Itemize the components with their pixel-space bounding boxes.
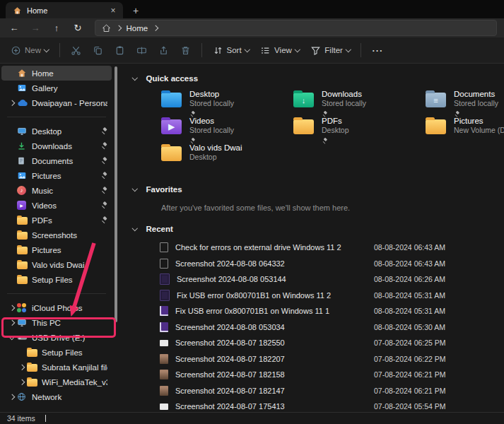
- chevron-right-icon[interactable]: [9, 394, 15, 400]
- sidebar-item-usb-drive[interactable]: USB Drive (E:): [1, 330, 112, 345]
- recent-file-row[interactable]: Screenshot 2024-08-07 18214707-08-2024 0…: [133, 383, 494, 399]
- view-button[interactable]: View: [255, 41, 304, 59]
- file-date: 07-08-2024 06:21 PM: [374, 370, 494, 379]
- rename-button[interactable]: [131, 41, 152, 59]
- folder-icon: [17, 275, 32, 284]
- files-pane: Quick access DesktopStored locally Downl…: [119, 64, 504, 413]
- item-name: Valo vids Dwai: [189, 143, 242, 153]
- quick-access-item-desktop[interactable]: DesktopStored locally: [161, 90, 293, 117]
- file-thumbnail: [160, 306, 168, 316]
- sidebar-item-this-pc[interactable]: This PC: [1, 315, 112, 330]
- pin-icon: [322, 139, 328, 144]
- up-button[interactable]: ↑: [47, 20, 66, 36]
- quick-access-item-documents[interactable]: DocumentsStored locally: [426, 90, 504, 117]
- sidebar-item-screenshots[interactable]: Screenshots: [1, 228, 112, 242]
- sidebar-item-subrata-kanjilal-files[interactable]: Subrata Kanjilal files: [1, 360, 112, 375]
- delete-button[interactable]: [175, 41, 196, 59]
- recent-header[interactable]: Recent: [133, 222, 494, 236]
- sidebar-item-music[interactable]: ♪ Music: [1, 183, 112, 198]
- file-date: 08-08-2024 05:31 AM: [374, 291, 494, 300]
- sidebar-item-videos[interactable]: ▶ Videos: [1, 198, 112, 213]
- folder-icon: [426, 93, 446, 107]
- recent-file-row[interactable]: Screenshot 2024-08-07 18220707-08-2024 0…: [133, 351, 494, 367]
- command-toolbar: New Sort View Filter ···: [0, 37, 504, 64]
- cut-button[interactable]: [66, 41, 86, 59]
- chevron-down-icon[interactable]: [132, 225, 138, 231]
- sidebar-item-pictures-folder[interactable]: Pictures: [1, 242, 112, 257]
- chevron-down-icon[interactable]: [9, 334, 15, 340]
- sidebar-item-gallery[interactable]: Gallery: [1, 81, 112, 95]
- chevron-right-icon[interactable]: [9, 305, 15, 311]
- chevron-right-icon[interactable]: [19, 365, 25, 370]
- item-name: Documents: [454, 90, 498, 99]
- tab-home[interactable]: Home ×: [6, 2, 123, 18]
- sidebar-item-label: Documents: [32, 157, 98, 165]
- sidebar-item-pdfs[interactable]: PDFs: [1, 213, 112, 228]
- quick-access-item-valo-vids-dwai[interactable]: Valo vids DwaiDesktop: [161, 143, 293, 170]
- chevron-down-icon[interactable]: [132, 186, 138, 192]
- sidebar-item-onedrive-personal[interactable]: Dwaipayan - Personal: [1, 95, 112, 110]
- toolbar-divider: [201, 43, 202, 57]
- folder-icon: [27, 363, 42, 372]
- file-date: 08-08-2024 05:30 AM: [374, 323, 494, 331]
- paste-button[interactable]: [110, 41, 130, 59]
- chevron-right-icon[interactable]: [153, 25, 158, 31]
- item-name: Videos: [189, 117, 234, 126]
- new-tab-button[interactable]: +: [133, 5, 139, 16]
- file-date: 07-08-2024 06:21 PM: [374, 387, 494, 395]
- quick-access-item-pdfs[interactable]: PDFsDesktop: [293, 117, 426, 143]
- quick-access-item-downloads[interactable]: DownloadsStored locally: [293, 90, 426, 117]
- quick-access-item-pictures[interactable]: PicturesNew Volume (D:): [426, 117, 504, 143]
- recent-file-row[interactable]: Screenshot 2024-08-07 18255007-08-2024 0…: [133, 335, 494, 351]
- address-bar[interactable]: Home: [95, 20, 497, 36]
- recent-file-row[interactable]: Screenshot 2024-08-07 17541307-08-2024 0…: [133, 399, 494, 413]
- pin-icon: [101, 128, 107, 134]
- sidebar-item-label: iCloud Photos: [32, 304, 107, 312]
- refresh-button[interactable]: ↻: [68, 20, 88, 36]
- forward-button[interactable]: →: [25, 20, 45, 36]
- sidebar-item-setup-files[interactable]: Setup Files: [1, 272, 112, 287]
- sidebar-item-home[interactable]: Home: [1, 66, 112, 81]
- sidebar-item-network[interactable]: Network: [1, 389, 112, 404]
- navigation-bar: ← → ↑ ↻ Home: [0, 18, 504, 37]
- quick-access-header[interactable]: Quick access: [133, 71, 494, 86]
- scrollbar-thumb[interactable]: [115, 66, 117, 322]
- sidebar-item-icloud-photos[interactable]: iCloud Photos: [1, 300, 112, 315]
- folder-icon: [27, 348, 42, 357]
- sidebar-item-label: Desktop: [32, 127, 98, 136]
- file-thumbnail: [160, 340, 168, 346]
- quick-access-item-videos[interactable]: VideosStored locally: [161, 117, 293, 143]
- share-button[interactable]: [153, 41, 174, 59]
- breadcrumb[interactable]: Home: [127, 24, 148, 33]
- chevron-down-icon[interactable]: [132, 75, 138, 81]
- filter-button[interactable]: Filter: [305, 41, 355, 59]
- home-icon: [102, 24, 111, 33]
- more-options-button[interactable]: ···: [367, 41, 388, 59]
- recent-file-row[interactable]: Fix USB error 0x800701B1 on Windows 11 2…: [133, 288, 494, 304]
- new-button[interactable]: New: [6, 41, 54, 59]
- sidebar-item-desktop[interactable]: Desktop: [1, 124, 112, 139]
- sidebar-item-usb-setup-files[interactable]: Setup Files: [1, 345, 112, 360]
- cut-icon: [71, 45, 81, 56]
- recent-file-row[interactable]: Check for errors on external drive Windo…: [133, 240, 494, 256]
- sidebar-item-documents[interactable]: Documents: [1, 153, 112, 168]
- recent-file-row[interactable]: Screenshot 2024-08-08 05303408-08-2024 0…: [133, 319, 494, 336]
- sidebar-item-downloads[interactable]: Downloads: [1, 139, 112, 153]
- sidebar-item-pictures[interactable]: Pictures: [1, 168, 112, 183]
- sort-button[interactable]: Sort: [208, 41, 254, 59]
- sidebar-item-valo-vids-dwai[interactable]: Valo vids Dwai: [1, 257, 112, 272]
- recent-file-row[interactable]: Screenshot 2024-08-07 18215807-08-2024 0…: [133, 367, 494, 383]
- back-button[interactable]: ←: [4, 20, 24, 36]
- sidebar-item-wifi-mediatek[interactable]: WiFi_MediaTek_v3.3.0.350: [1, 375, 112, 389]
- home-icon: [17, 69, 32, 78]
- filter-funnel-icon: [310, 45, 321, 56]
- chevron-right-icon[interactable]: [19, 379, 25, 385]
- tab-close-icon[interactable]: ×: [107, 5, 119, 16]
- copy-button[interactable]: [88, 41, 108, 59]
- chevron-right-icon[interactable]: [9, 320, 15, 326]
- recent-file-row[interactable]: Screenshot 2024-08-08 06433208-08-2024 0…: [133, 256, 494, 272]
- chevron-right-icon[interactable]: [9, 100, 15, 106]
- favorites-header[interactable]: Favorites: [133, 182, 494, 196]
- recent-file-row[interactable]: Screenshot 2024-08-08 05314408-08-2024 0…: [133, 271, 494, 288]
- recent-file-row[interactable]: Fix USB error 0x800701B1 on Windows 11 1…: [133, 303, 494, 319]
